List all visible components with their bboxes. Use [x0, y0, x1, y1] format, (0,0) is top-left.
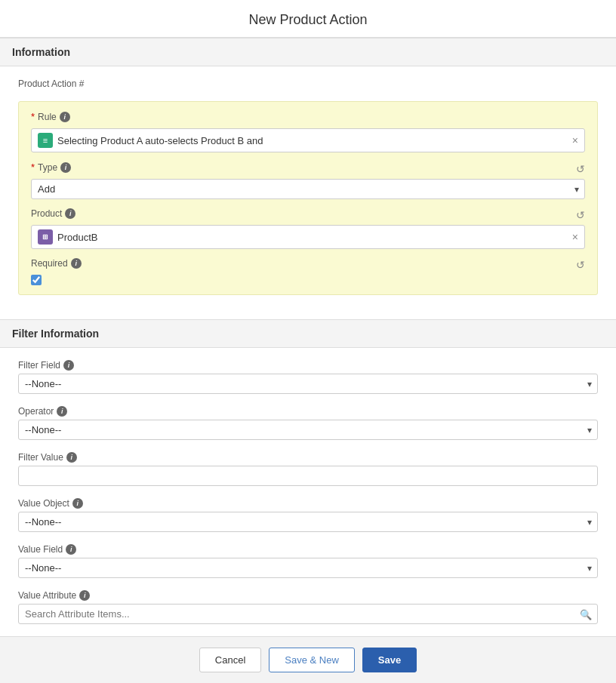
rule-label: * Rule i [31, 111, 70, 122]
product-value-text: ProductB [57, 232, 568, 243]
product-close-button[interactable]: × [572, 231, 578, 243]
operator-label-text: Operator [18, 406, 54, 417]
type-label: * Type i [31, 162, 71, 173]
filter-field-info-icon: i [63, 360, 74, 371]
page-wrapper: New Product Action Information Product A… [0, 0, 616, 683]
value-attribute-label: Value Attribute i [18, 590, 598, 601]
required-checkbox[interactable] [31, 275, 42, 285]
value-object-info-icon: i [72, 498, 83, 509]
filter-value-label-text: Filter Value [18, 452, 63, 463]
value-field-label: Value Field i [18, 544, 598, 555]
value-attribute-row: Value Attribute i 🔍 [18, 590, 598, 624]
filter-field-label: Filter Field i [18, 360, 598, 371]
type-select-wrapper: Add Remove Update [31, 179, 585, 199]
save-new-button[interactable]: Save & New [269, 648, 355, 672]
operator-row: Operator i --None-- [18, 406, 598, 440]
rule-value-text: Selecting Product A auto-selects Product… [57, 135, 568, 146]
filter-value-info-icon: i [66, 452, 77, 463]
type-reset-icon[interactable]: ↺ [576, 163, 585, 175]
operator-info-icon: i [57, 406, 67, 417]
operator-label: Operator i [18, 406, 598, 417]
required-info-icon: i [71, 258, 82, 269]
product-icon: ⊞ [38, 229, 53, 245]
page-title: New Product Action [0, 0, 616, 38]
required-row: Required i ↺ [31, 258, 585, 285]
information-section-body: Product Action # * Rule i ≡ [0, 66, 616, 319]
filter-field-label-text: Filter Field [18, 360, 60, 371]
value-attribute-input[interactable] [18, 604, 598, 624]
required-reset-icon[interactable]: ↺ [576, 259, 585, 271]
rule-row: * Rule i ≡ Selecting Product A auto-sele… [31, 111, 585, 152]
value-field-row: Value Field i --None-- [18, 544, 598, 578]
required-header: Required i ↺ [31, 258, 585, 272]
value-object-row: Value Object i --None-- [18, 498, 598, 532]
value-field-select[interactable]: --None-- [18, 558, 598, 578]
information-section-label: Information [12, 46, 70, 58]
filter-section-label: Filter Information [12, 328, 99, 340]
value-object-label: Value Object i [18, 498, 598, 509]
rule-required-star: * [31, 111, 35, 122]
operator-select[interactable]: --None-- [18, 420, 598, 440]
product-field-container[interactable]: ⊞ ProductB × [31, 225, 585, 249]
value-attribute-label-text: Value Attribute [18, 590, 76, 601]
product-header: Product i ↺ [31, 208, 585, 222]
type-select[interactable]: Add Remove Update [31, 179, 585, 199]
rule-close-button[interactable]: × [572, 134, 578, 146]
value-field-label-text: Value Field [18, 544, 63, 555]
filter-field-select[interactable]: --None-- [18, 374, 598, 394]
value-object-select-wrapper: --None-- [18, 512, 598, 532]
product-label: Product i [31, 208, 75, 219]
product-reset-icon[interactable]: ↺ [576, 209, 585, 221]
filter-value-row: Filter Value i [18, 452, 598, 486]
value-attribute-info-icon: i [79, 590, 90, 601]
required-label: Required i [31, 258, 82, 269]
main-content: Information Product Action # * Rule i [0, 38, 616, 683]
product-action-label-text: Product Action # [18, 78, 84, 89]
value-object-select[interactable]: --None-- [18, 512, 598, 532]
filter-value-label: Filter Value i [18, 452, 598, 463]
product-action-row: Product Action # [18, 78, 598, 89]
type-header: * Type i ↺ [31, 162, 585, 176]
value-field-info-icon: i [66, 544, 76, 555]
value-attribute-search-wrapper: 🔍 [18, 604, 598, 624]
rule-header: * Rule i [31, 111, 585, 125]
product-info-icon: i [65, 208, 75, 219]
type-label-text: Type [38, 162, 57, 173]
cancel-button[interactable]: Cancel [199, 648, 261, 672]
value-object-label-text: Value Object [18, 498, 69, 509]
highlighted-fields: * Rule i ≡ Selecting Product A auto-sele… [18, 101, 598, 295]
type-row: * Type i ↺ Add Remove Update [31, 162, 585, 199]
filter-field-select-wrapper: --None-- [18, 374, 598, 394]
product-action-label: Product Action # [18, 78, 598, 89]
required-checkbox-field [31, 275, 585, 285]
product-row: Product i ↺ ⊞ ProductB × [31, 208, 585, 249]
product-label-text: Product [31, 208, 62, 219]
filter-section-body: Filter Field i --None-- Operator i -- [0, 348, 616, 648]
rule-icon: ≡ [38, 133, 53, 148]
rule-field-container[interactable]: ≡ Selecting Product A auto-selects Produ… [31, 128, 585, 152]
type-info-icon: i [60, 162, 71, 173]
rule-info-icon: i [60, 112, 70, 122]
filter-value-input[interactable] [18, 466, 598, 486]
required-label-text: Required [31, 258, 68, 269]
type-required-star: * [31, 162, 35, 173]
footer-bar: Cancel Save & New Save [0, 636, 616, 683]
rule-label-text: Rule [38, 112, 57, 122]
value-field-select-wrapper: --None-- [18, 558, 598, 578]
filter-section-header: Filter Information [0, 319, 616, 348]
filter-field-row: Filter Field i --None-- [18, 360, 598, 394]
operator-select-wrapper: --None-- [18, 420, 598, 440]
information-section-header: Information [0, 38, 616, 66]
save-button[interactable]: Save [362, 648, 417, 672]
